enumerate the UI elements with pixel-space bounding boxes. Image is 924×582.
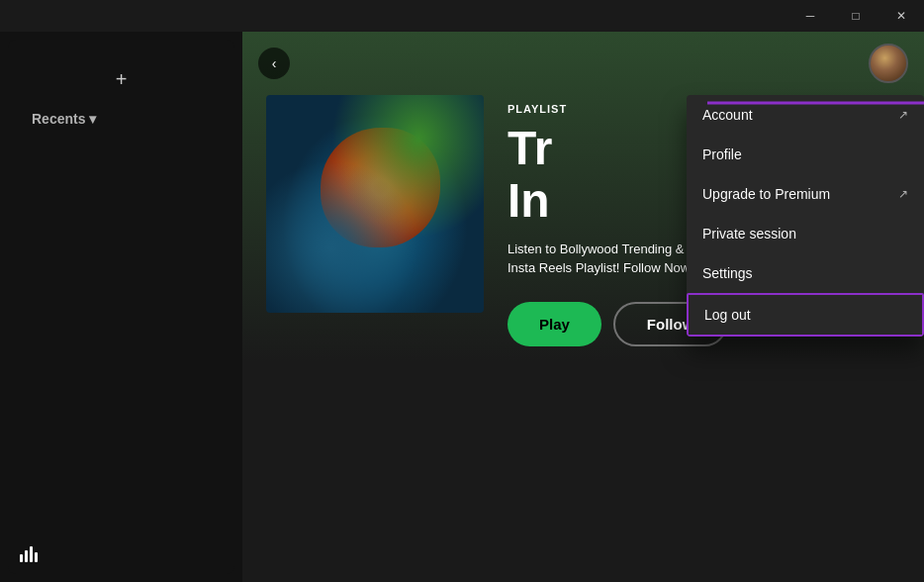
back-button[interactable]: ‹	[258, 48, 290, 79]
external-link-icon: ↗	[898, 108, 908, 122]
titlebar: ─ □ ✕	[0, 0, 924, 32]
menu-item-settings[interactable]: Settings	[687, 253, 924, 293]
app-container: + Recents ▾ ‹	[0, 32, 924, 582]
logout-label: Log out	[704, 307, 751, 323]
menu-item-logout[interactable]: Log out	[687, 293, 924, 337]
menu-item-profile[interactable]: Profile	[687, 135, 924, 174]
top-bar: ‹	[242, 32, 924, 95]
upgrade-label: Upgrade to Premium	[702, 186, 830, 202]
external-link-icon-2: ↗	[898, 187, 908, 201]
maximize-button[interactable]: □	[833, 0, 878, 32]
album-art	[266, 95, 484, 313]
account-label: Account	[702, 107, 753, 123]
play-button[interactable]: Play	[508, 302, 601, 346]
add-library-button[interactable]: +	[106, 63, 138, 95]
user-avatar[interactable]	[869, 44, 908, 83]
recents-label[interactable]: Recents ▾	[24, 111, 219, 127]
back-icon: ‹	[272, 55, 277, 71]
private-session-label: Private session	[702, 226, 796, 242]
main-content: ‹ PLAYLIST TrIn Listen to Bollywood Tren…	[242, 32, 924, 582]
sidebar: + Recents ▾	[0, 32, 242, 582]
vol-bar-4	[35, 552, 38, 562]
plus-icon: +	[116, 68, 128, 91]
recents-text: Recents	[32, 111, 85, 127]
profile-label: Profile	[702, 146, 742, 162]
settings-label: Settings	[702, 265, 753, 281]
vol-bar-3	[30, 546, 33, 562]
library-section: + Recents ▾	[8, 40, 234, 574]
menu-item-upgrade[interactable]: Upgrade to Premium ↗	[687, 174, 924, 214]
vol-bar-2	[25, 550, 28, 562]
chevron-down-icon: ▾	[89, 111, 96, 127]
menu-item-private-session[interactable]: Private session	[687, 214, 924, 253]
menu-item-account[interactable]: Account ↗	[687, 95, 924, 135]
close-button[interactable]: ✕	[878, 0, 924, 32]
vol-bar-1	[20, 554, 23, 562]
user-dropdown-menu: Account ↗ Profile Upgrade to Premium ↗ P…	[687, 95, 924, 337]
volume-indicator	[20, 546, 38, 562]
minimize-button[interactable]: ─	[787, 0, 833, 32]
